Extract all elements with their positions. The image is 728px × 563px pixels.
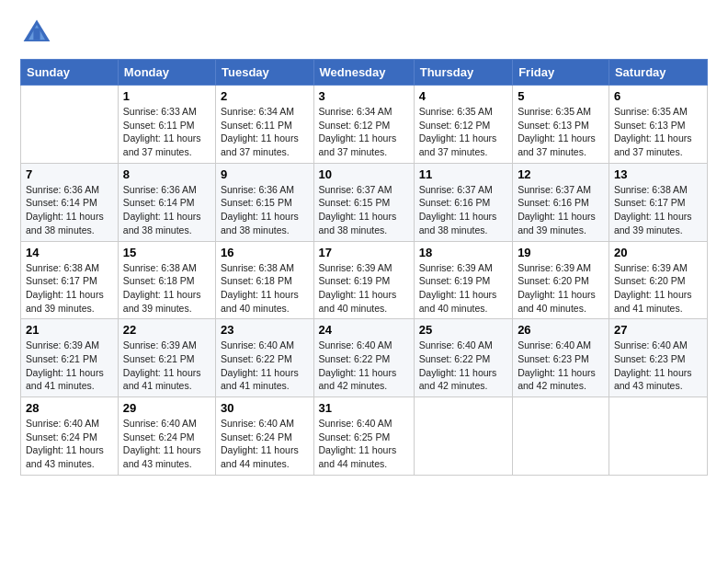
calendar-cell [609, 397, 707, 476]
header-cell-thursday: Thursday [414, 60, 512, 86]
header-cell-tuesday: Tuesday [216, 60, 314, 86]
day-number: 7 [26, 167, 113, 181]
day-info: Sunrise: 6:39 AM Sunset: 6:21 PM Dayligh… [123, 339, 201, 391]
day-number: 20 [614, 246, 702, 259]
calendar-cell: 28Sunrise: 6:40 AM Sunset: 6:24 PM Dayli… [21, 397, 119, 476]
calendar-cell [21, 86, 119, 164]
week-row-1: 7Sunrise: 6:36 AM Sunset: 6:14 PM Daylig… [21, 163, 708, 241]
day-number: 4 [419, 89, 507, 103]
page: SundayMondayTuesdayWednesdayThursdayFrid… [0, 0, 728, 563]
header-cell-wednesday: Wednesday [313, 60, 414, 86]
calendar-cell: 6Sunrise: 6:35 AM Sunset: 6:13 PM Daylig… [609, 86, 707, 164]
day-number: 15 [123, 246, 210, 259]
calendar-cell: 8Sunrise: 6:36 AM Sunset: 6:14 PM Daylig… [118, 163, 215, 241]
calendar-cell: 31Sunrise: 6:40 AM Sunset: 6:25 PM Dayli… [313, 397, 414, 476]
day-number: 19 [518, 246, 604, 259]
calendar-cell: 1Sunrise: 6:33 AM Sunset: 6:11 PM Daylig… [118, 86, 215, 164]
day-info: Sunrise: 6:35 AM Sunset: 6:13 PM Dayligh… [614, 106, 692, 157]
day-number: 1 [123, 89, 210, 103]
day-number: 28 [26, 401, 113, 415]
calendar-cell: 7Sunrise: 6:36 AM Sunset: 6:14 PM Daylig… [21, 163, 119, 241]
day-number: 16 [221, 246, 309, 259]
calendar-cell: 22Sunrise: 6:39 AM Sunset: 6:21 PM Dayli… [118, 319, 215, 397]
day-info: Sunrise: 6:39 AM Sunset: 6:20 PM Dayligh… [518, 262, 596, 314]
calendar-cell: 11Sunrise: 6:37 AM Sunset: 6:16 PM Dayli… [414, 163, 512, 241]
day-number: 2 [221, 89, 309, 103]
calendar-cell: 16Sunrise: 6:38 AM Sunset: 6:18 PM Dayli… [216, 241, 314, 319]
header-cell-saturday: Saturday [609, 60, 707, 86]
header-cell-sunday: Sunday [21, 60, 119, 86]
day-number: 14 [26, 246, 113, 259]
day-info: Sunrise: 6:40 AM Sunset: 6:24 PM Dayligh… [26, 418, 104, 469]
day-number: 10 [319, 167, 409, 181]
day-info: Sunrise: 6:40 AM Sunset: 6:22 PM Dayligh… [221, 339, 299, 391]
day-number: 26 [518, 323, 604, 337]
day-info: Sunrise: 6:40 AM Sunset: 6:24 PM Dayligh… [221, 418, 299, 469]
calendar-cell: 18Sunrise: 6:39 AM Sunset: 6:19 PM Dayli… [414, 241, 512, 319]
day-info: Sunrise: 6:37 AM Sunset: 6:15 PM Dayligh… [319, 184, 397, 236]
day-number: 8 [123, 167, 210, 181]
day-number: 18 [419, 246, 507, 259]
day-number: 24 [319, 323, 409, 337]
day-info: Sunrise: 6:39 AM Sunset: 6:20 PM Dayligh… [614, 262, 692, 314]
day-info: Sunrise: 6:38 AM Sunset: 6:18 PM Dayligh… [221, 262, 299, 314]
calendar-cell [513, 397, 609, 476]
day-number: 31 [319, 401, 409, 415]
day-number: 22 [123, 323, 210, 337]
calendar-cell [414, 397, 512, 476]
day-info: Sunrise: 6:36 AM Sunset: 6:14 PM Dayligh… [26, 184, 104, 236]
day-number: 6 [614, 89, 702, 103]
calendar-cell: 10Sunrise: 6:37 AM Sunset: 6:15 PM Dayli… [313, 163, 414, 241]
calendar-cell: 26Sunrise: 6:40 AM Sunset: 6:23 PM Dayli… [513, 319, 609, 397]
day-info: Sunrise: 6:38 AM Sunset: 6:17 PM Dayligh… [614, 184, 692, 236]
day-info: Sunrise: 6:33 AM Sunset: 6:11 PM Dayligh… [123, 106, 201, 157]
day-info: Sunrise: 6:40 AM Sunset: 6:24 PM Dayligh… [123, 418, 201, 469]
week-row-2: 14Sunrise: 6:38 AM Sunset: 6:17 PM Dayli… [21, 241, 708, 319]
calendar-cell: 20Sunrise: 6:39 AM Sunset: 6:20 PM Dayli… [609, 241, 707, 319]
calendar-cell: 3Sunrise: 6:34 AM Sunset: 6:12 PM Daylig… [313, 86, 414, 164]
day-info: Sunrise: 6:36 AM Sunset: 6:14 PM Dayligh… [123, 184, 201, 236]
week-row-0: 1Sunrise: 6:33 AM Sunset: 6:11 PM Daylig… [21, 86, 708, 164]
calendar-cell: 21Sunrise: 6:39 AM Sunset: 6:21 PM Dayli… [21, 319, 119, 397]
calendar-cell: 4Sunrise: 6:35 AM Sunset: 6:12 PM Daylig… [414, 86, 512, 164]
day-info: Sunrise: 6:37 AM Sunset: 6:16 PM Dayligh… [518, 184, 596, 236]
header-row: SundayMondayTuesdayWednesdayThursdayFrid… [21, 60, 708, 86]
day-number: 9 [221, 167, 309, 181]
day-number: 12 [518, 167, 604, 181]
calendar-cell: 13Sunrise: 6:38 AM Sunset: 6:17 PM Dayli… [609, 163, 707, 241]
day-info: Sunrise: 6:34 AM Sunset: 6:11 PM Dayligh… [221, 106, 299, 157]
calendar-cell: 9Sunrise: 6:36 AM Sunset: 6:15 PM Daylig… [216, 163, 314, 241]
logo-icon [20, 17, 53, 50]
day-number: 5 [518, 89, 604, 103]
logo [20, 17, 59, 50]
day-number: 17 [319, 246, 409, 259]
calendar-cell: 12Sunrise: 6:37 AM Sunset: 6:16 PM Dayli… [513, 163, 609, 241]
day-info: Sunrise: 6:39 AM Sunset: 6:19 PM Dayligh… [319, 262, 397, 314]
calendar-cell: 19Sunrise: 6:39 AM Sunset: 6:20 PM Dayli… [513, 241, 609, 319]
day-number: 21 [26, 323, 113, 337]
day-number: 3 [319, 89, 409, 103]
calendar-cell: 23Sunrise: 6:40 AM Sunset: 6:22 PM Dayli… [216, 319, 314, 397]
header-cell-friday: Friday [513, 60, 609, 86]
day-info: Sunrise: 6:40 AM Sunset: 6:22 PM Dayligh… [419, 339, 497, 391]
day-number: 11 [419, 167, 507, 181]
calendar-cell: 25Sunrise: 6:40 AM Sunset: 6:22 PM Dayli… [414, 319, 512, 397]
day-info: Sunrise: 6:40 AM Sunset: 6:23 PM Dayligh… [518, 339, 596, 391]
day-info: Sunrise: 6:39 AM Sunset: 6:19 PM Dayligh… [419, 262, 497, 314]
header-cell-monday: Monday [118, 60, 215, 86]
day-info: Sunrise: 6:38 AM Sunset: 6:17 PM Dayligh… [26, 262, 104, 314]
day-info: Sunrise: 6:40 AM Sunset: 6:25 PM Dayligh… [319, 418, 397, 469]
day-info: Sunrise: 6:39 AM Sunset: 6:21 PM Dayligh… [26, 339, 104, 391]
day-info: Sunrise: 6:34 AM Sunset: 6:12 PM Dayligh… [319, 106, 397, 157]
day-info: Sunrise: 6:40 AM Sunset: 6:23 PM Dayligh… [614, 339, 692, 391]
day-info: Sunrise: 6:35 AM Sunset: 6:13 PM Dayligh… [518, 106, 596, 157]
day-number: 25 [419, 323, 507, 337]
calendar-cell: 30Sunrise: 6:40 AM Sunset: 6:24 PM Dayli… [216, 397, 314, 476]
calendar-cell: 29Sunrise: 6:40 AM Sunset: 6:24 PM Dayli… [118, 397, 215, 476]
day-number: 30 [221, 401, 309, 415]
calendar-cell: 24Sunrise: 6:40 AM Sunset: 6:22 PM Dayli… [313, 319, 414, 397]
day-info: Sunrise: 6:35 AM Sunset: 6:12 PM Dayligh… [419, 106, 497, 157]
day-info: Sunrise: 6:37 AM Sunset: 6:16 PM Dayligh… [419, 184, 497, 236]
week-row-4: 28Sunrise: 6:40 AM Sunset: 6:24 PM Dayli… [21, 397, 708, 476]
calendar-cell: 15Sunrise: 6:38 AM Sunset: 6:18 PM Dayli… [118, 241, 215, 319]
